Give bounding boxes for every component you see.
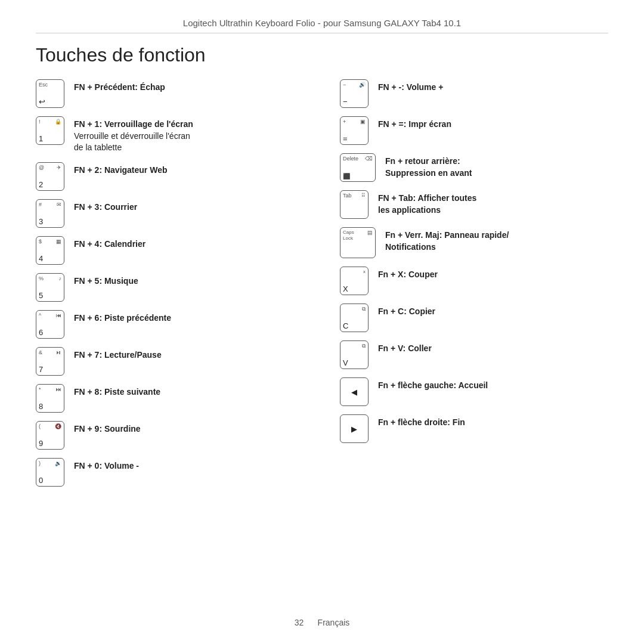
key-label-1-main: 1 (39, 135, 43, 143)
key-row-1: ! 🔒 1 FN + 1: Verrouillage de l'écran Ve… (36, 116, 304, 154)
key-label-8-main: 8 (39, 402, 43, 410)
key-row-3: # ✉ 3 FN + 3: Courrier (36, 199, 304, 228)
key-icon-9: 🔇 (55, 423, 61, 429)
key-label-minus-main: − (343, 98, 348, 106)
key-0: ) 🔉 0 (36, 458, 64, 487)
left-column: Esc ↩ FN + Précédent: Échap ! 🔒 1 FN + 1… (36, 79, 304, 495)
desc-esc: FN + Précédent: Échap (74, 79, 165, 94)
desc-5: FN + 5: Musique (74, 273, 138, 287)
key-x: x X (340, 267, 369, 295)
key-minus: − 🔊 − (340, 79, 369, 108)
key-label-2-top: @ (39, 165, 44, 171)
key-caps: CapsLock ▤ (340, 227, 376, 258)
key-row-0: ) 🔉 0 FN + 0: Volume - (36, 458, 304, 487)
language: Français (318, 618, 350, 627)
key-label-9-main: 9 (39, 439, 43, 447)
right-column: − 🔊 − FN + -: Volume + + ▣ = FN + =: Imp… (340, 79, 608, 495)
desc-1: FN + 1: Verrouillage de l'écran Verrouil… (74, 116, 193, 154)
key-label-2-main: 2 (39, 181, 43, 188)
key-icon-7: ⏯ (56, 349, 61, 355)
key-esc: Esc ↩ (36, 79, 64, 108)
key-label-6-main: 6 (39, 329, 43, 336)
desc-x: Fn + X: Couper (378, 267, 438, 281)
key-right-arrow: ▶ (340, 414, 369, 443)
key-c: ⧉ C (340, 304, 369, 332)
key-row-equals: + ▣ = FN + =: Impr écran (340, 116, 608, 145)
key-row-8: * ⏭ 8 FN + 8: Piste suivante (36, 384, 304, 413)
key-row-7: & ⏯ 7 FN + 7: Lecture/Pause (36, 347, 304, 376)
key-row-v: ⧉ V Fn + V: Coller (340, 340, 608, 369)
key-row-2: @ ✈ 2 FN + 2: Navigateur Web (36, 162, 304, 191)
key-icon-minus: 🔊 (359, 82, 366, 88)
key-label-delete-top: Delete (343, 156, 358, 162)
product-title: Logitech Ultrathin Keyboard Folio - pour… (36, 18, 608, 33)
key-delete: Delete ⌫ ⬛ (340, 153, 376, 182)
desc-left: Fn + flèche gauche: Accueil (378, 377, 488, 392)
key-row-9: ( 🔇 9 FN + 9: Sourdine (36, 421, 304, 450)
key-label-9-top: ( (39, 423, 41, 429)
key-3: # ✉ 3 (36, 199, 64, 228)
key-icon-0: 🔉 (55, 460, 61, 466)
desc-right: Fn + flèche droite: Fin (378, 414, 465, 429)
key-label-v-main: V (343, 359, 348, 367)
key-5: % ♪ 5 (36, 273, 64, 302)
key-label-delete-main: ⬛ (343, 174, 350, 179)
desc-minus: FN + -: Volume + (378, 79, 443, 94)
key-icon-delete: ⌫ (365, 156, 373, 162)
key-7: & ⏯ 7 (36, 347, 64, 376)
key-row-caps: CapsLock ▤ Fn + Verr. Maj: Panneau rapid… (340, 227, 608, 258)
key-4: $ ▦ 4 (36, 236, 64, 265)
key-icon-2: ✈ (57, 165, 61, 171)
key-label-c-main: C (343, 322, 348, 330)
key-6: ^ ⏮ 6 (36, 310, 64, 339)
key-icon-caps: ▤ (367, 230, 373, 236)
key-icon-3: ✉ (57, 202, 61, 208)
key-label-5-top: % (39, 275, 44, 281)
key-label-6-top: ^ (39, 312, 41, 318)
key-row-c: ⧉ C Fn + C: Copier (340, 304, 608, 332)
key-icon-5: ♪ (59, 275, 62, 281)
key-label-4-main: 4 (39, 255, 43, 262)
key-row-esc: Esc ↩ FN + Précédent: Échap (36, 79, 304, 108)
key-label-7-top: & (39, 349, 42, 355)
content-grid: Esc ↩ FN + Précédent: Échap ! 🔒 1 FN + 1… (36, 79, 608, 495)
key-tab: Tab ⠿ (340, 190, 369, 219)
key-8: * ⏭ 8 (36, 384, 64, 413)
key-label-3-top: # (39, 202, 42, 208)
key-v: ⧉ V (340, 340, 369, 369)
key-label-7-main: 7 (39, 366, 43, 373)
key-label-4-top: $ (39, 239, 42, 244)
page-number: 32 (295, 618, 304, 627)
desc-v: Fn + V: Coller (378, 340, 432, 355)
key-label-0-top: ) (39, 460, 41, 466)
key-row-tab: Tab ⠿ FN + Tab: Afficher toutesles appli… (340, 190, 608, 219)
key-icon-1: 🔒 (55, 119, 61, 125)
desc-9: FN + 9: Sourdine (74, 421, 141, 435)
key-row-5: % ♪ 5 FN + 5: Musique (36, 273, 304, 302)
key-label-right-main: ▶ (351, 425, 357, 433)
key-label-minus-top: − (343, 82, 346, 88)
desc-0: FN + 0: Volume - (74, 458, 139, 472)
key-left-arrow: ◀ (340, 377, 369, 406)
key-icon-tab: ⠿ (361, 193, 366, 199)
page: Logitech Ultrathin Keyboard Folio - pour… (0, 0, 644, 644)
key-row-minus: − 🔊 − FN + -: Volume + (340, 79, 608, 108)
desc-7: FN + 7: Lecture/Pause (74, 347, 162, 361)
key-label-caps-top: CapsLock (343, 230, 354, 241)
key-row-x: x X Fn + X: Couper (340, 267, 608, 295)
key-label-x-main: X (343, 285, 348, 293)
key-label-esc-top: Esc (39, 82, 48, 88)
key-label-1-top: ! (39, 119, 41, 125)
key-label-left-main: ◀ (351, 388, 357, 396)
desc-3: FN + 3: Courrier (74, 199, 137, 213)
desc-4: FN + 4: Calendrier (74, 236, 145, 250)
key-icon-c: ⧉ (362, 306, 366, 312)
key-equals: + ▣ = (340, 116, 369, 145)
key-2: @ ✈ 2 (36, 162, 64, 191)
desc-caps: Fn + Verr. Maj: Panneau rapide/Notificat… (385, 227, 509, 253)
desc-c: Fn + C: Copier (378, 304, 435, 318)
key-icon-8: ⏭ (56, 386, 61, 392)
desc-6: FN + 6: Piste précédente (74, 310, 171, 324)
key-label-8-top: * (39, 386, 41, 392)
key-label-esc-main: ↩ (39, 98, 45, 106)
